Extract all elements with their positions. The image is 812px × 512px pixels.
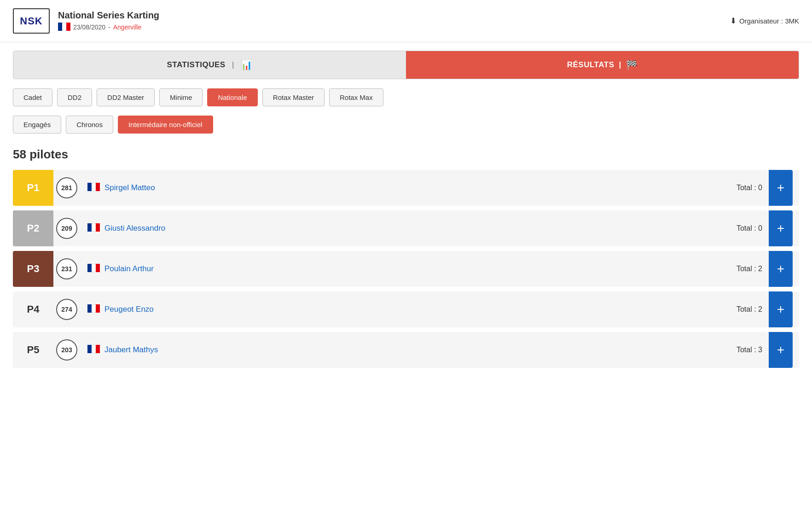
position-badge-p3: P3: [13, 251, 53, 287]
tab-resultats-label: RÉSULTATS: [567, 60, 615, 70]
sub-btn-chronos[interactable]: Chronos: [66, 116, 113, 134]
fr-flag-p2: [87, 222, 100, 234]
header-left: NSK National Series Karting 23/08/2020 -…: [13, 8, 159, 34]
row-middle-p3: Poulain Arthur: [80, 263, 737, 275]
position-badge-p4: P4: [13, 291, 53, 327]
fr-flag-p5: [87, 344, 100, 356]
table-row: P3 231 Poulain Arthur Total : 2 +: [13, 251, 799, 287]
page-wrapper: NSK National Series Karting 23/08/2020 -…: [0, 0, 812, 381]
cat-btn-dd2[interactable]: DD2: [57, 88, 92, 106]
pilot-name-p4[interactable]: Peugeot Enzo: [103, 305, 729, 314]
total-p5: Total : 3: [737, 346, 762, 354]
total-p4: Total : 2: [737, 305, 762, 314]
table-row: P2 209 Giusti Alessandro Total : 0 +: [13, 210, 799, 246]
bib-p1: 281: [53, 177, 80, 198]
event-title: National Series Karting: [58, 10, 159, 21]
row-right-p4: Total : 2 +: [737, 291, 799, 327]
pilot-name-p2[interactable]: Giusti Alessandro: [103, 224, 729, 233]
bib-number-p3: 231: [56, 258, 77, 279]
sub-btn-engages[interactable]: Engagés: [13, 116, 61, 134]
tab-resultats[interactable]: RÉSULTATS | 🏁: [406, 51, 799, 79]
total-p1: Total : 0: [737, 184, 762, 192]
pilot-name-p3[interactable]: Poulain Arthur: [103, 264, 729, 273]
event-separator: -: [108, 23, 110, 31]
cat-btn-dd2master[interactable]: DD2 Master: [97, 88, 155, 106]
total-p3: Total : 2: [737, 265, 762, 273]
tab-stat-separator: |: [232, 60, 234, 70]
tab-statistiques[interactable]: STATISTIQUES | 📊: [13, 51, 406, 79]
bib-p2: 209: [53, 218, 80, 239]
plus-btn-p2[interactable]: +: [769, 210, 793, 246]
tab-stat-icon: 📊: [241, 59, 253, 70]
row-right-p2: Total : 0 +: [737, 210, 799, 246]
event-location-link[interactable]: Angerville: [113, 23, 141, 31]
position-badge-p5: P5: [13, 332, 53, 368]
nsk-logo: NSK: [13, 8, 50, 34]
tab-statistiques-label: STATISTIQUES: [167, 60, 226, 70]
row-middle-p5: Jaubert Mathys: [80, 344, 737, 356]
total-p2: Total : 0: [737, 224, 762, 233]
tab-result-icon: 🏁: [626, 59, 638, 70]
event-meta: 23/08/2020 - Angerville: [58, 23, 159, 32]
fr-flag-p4: [87, 303, 100, 315]
event-info: National Series Karting 23/08/2020 - Ang…: [58, 10, 159, 32]
row-right-p5: Total : 3 +: [737, 332, 799, 368]
bib-p4: 274: [53, 299, 80, 320]
bib-number-p1: 281: [56, 177, 77, 198]
cat-btn-rotaxmaster[interactable]: Rotax Master: [262, 88, 325, 106]
pilot-name-p1[interactable]: Spirgel Matteo: [103, 183, 729, 192]
cat-btn-cadet[interactable]: Cadet: [13, 88, 52, 106]
results-list: P1 281 Spirgel Matteo Total : 0 + P2: [0, 170, 812, 381]
event-date: 23/08/2020: [73, 23, 105, 31]
table-row: P4 274 Peugeot Enzo Total : 2 +: [13, 291, 799, 327]
fr-flag-header: [58, 23, 70, 32]
position-badge-p1: P1: [13, 170, 53, 206]
plus-btn-p3[interactable]: +: [769, 251, 793, 287]
cat-btn-rotaxmax[interactable]: Rotax Max: [329, 88, 383, 106]
plus-btn-p4[interactable]: +: [769, 291, 793, 327]
row-middle-p4: Peugeot Enzo: [80, 303, 737, 315]
pilot-name-p5[interactable]: Jaubert Mathys: [103, 345, 729, 355]
organizer: ⬇ Organisateur : 3MK: [730, 16, 799, 26]
sub-tabs: Engagés Chronos Intermédaire non-officie…: [0, 116, 812, 143]
plus-btn-p1[interactable]: +: [769, 170, 793, 206]
sub-btn-intermediaire[interactable]: Intermédaire non-officiel: [118, 116, 213, 134]
cat-btn-nationale[interactable]: Nationale: [207, 88, 257, 106]
organizer-label: Organisateur : 3MK: [739, 17, 799, 25]
fr-flag-p3: [87, 263, 100, 275]
header: NSK National Series Karting 23/08/2020 -…: [0, 0, 812, 42]
table-row: P5 203 Jaubert Mathys Total : 3 +: [13, 332, 799, 368]
plus-btn-p5[interactable]: +: [769, 332, 793, 368]
bib-p3: 231: [53, 258, 80, 279]
tabs-bar: STATISTIQUES | 📊 RÉSULTATS | 🏁: [13, 51, 799, 79]
row-middle-p2: Giusti Alessandro: [80, 222, 737, 234]
fr-flag-p1: [87, 182, 100, 194]
pilots-count: 58 pilotes: [0, 143, 812, 170]
category-tabs: Cadet DD2 DD2 Master Minime Nationale Ro…: [0, 79, 812, 116]
bib-p5: 203: [53, 339, 80, 361]
row-right-p1: Total : 0 +: [737, 170, 799, 206]
row-right-p3: Total : 2 +: [737, 251, 799, 287]
tab-result-separator: |: [619, 60, 621, 70]
row-middle-p1: Spirgel Matteo: [80, 182, 737, 194]
bib-number-p4: 274: [56, 299, 77, 320]
bib-number-p5: 203: [56, 339, 77, 361]
organizer-icon: ⬇: [730, 16, 737, 26]
cat-btn-minime[interactable]: Minime: [159, 88, 203, 106]
bib-number-p2: 209: [56, 218, 77, 239]
position-badge-p2: P2: [13, 210, 53, 246]
table-row: P1 281 Spirgel Matteo Total : 0 +: [13, 170, 799, 206]
